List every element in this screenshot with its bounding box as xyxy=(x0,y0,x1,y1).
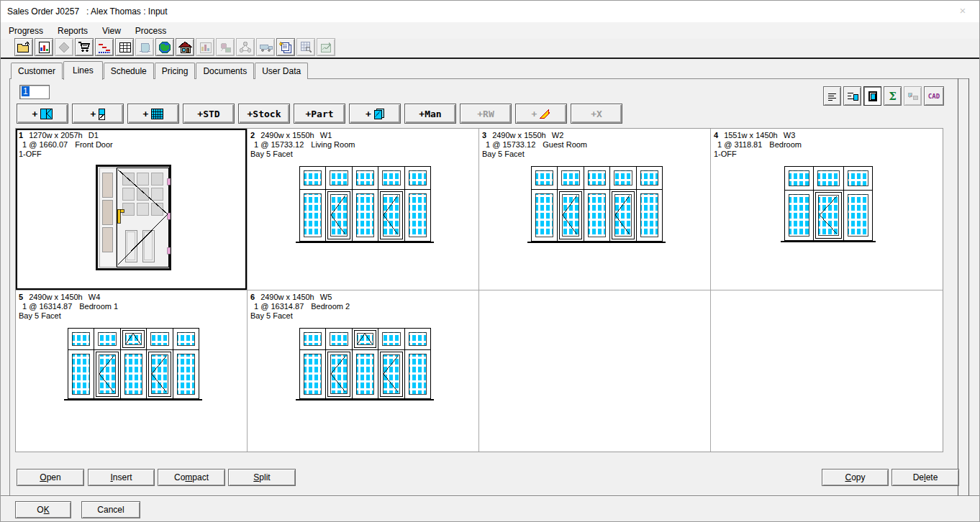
copy-glass-icon xyxy=(373,108,384,119)
add-grid-button[interactable]: + xyxy=(127,104,179,124)
view-graphic-button[interactable] xyxy=(863,86,881,106)
toolbar-cutting-chart-button[interactable] xyxy=(216,38,235,56)
toolbar-batch-grid-button[interactable] xyxy=(115,38,134,56)
toolbar-rule xyxy=(1,58,979,59)
delete-button[interactable]: Delete xyxy=(891,469,959,486)
item-header: 41551w x 1450hW3 xyxy=(714,131,943,140)
toolbar xyxy=(14,38,335,56)
item-header: 11270w x 2057hD1 xyxy=(19,131,247,140)
item-style: 1-OFF xyxy=(19,150,247,159)
line-item-empty[interactable] xyxy=(479,290,711,452)
line-item-empty[interactable] xyxy=(711,290,943,452)
add-frame-button[interactable]: + xyxy=(17,104,68,124)
line-item-5[interactable]: 52490w x 1450hW4 1 @ 16314.87Bedroom 1 B… xyxy=(16,290,248,452)
title-bar: Sales Order J0257 : Alex Thomas : Input … xyxy=(1,1,979,22)
item-qty-price: 1 @ 16314.87Bedroom 1 xyxy=(19,302,247,311)
tab-customer[interactable]: Customer xyxy=(11,63,63,79)
bay-window-drawing xyxy=(482,164,710,246)
close-icon[interactable]: × xyxy=(955,4,971,17)
bay-window-drawing xyxy=(250,164,478,246)
georgian-grid-icon xyxy=(150,108,163,119)
menu-bar: Progress Reports View Process xyxy=(1,22,980,39)
line-number-value: 1 xyxy=(22,86,30,96)
item-qty-price: 1 @ 15733.12Guest Room xyxy=(482,140,710,150)
item-style: Bay 5 Facet xyxy=(250,150,478,159)
menu-reports[interactable]: Reports xyxy=(50,23,95,39)
line-item-2[interactable]: 22490w x 1550hW1 1 @ 15733.12Living Room… xyxy=(248,129,479,290)
pick-arrow-icon xyxy=(539,109,550,119)
front-door-drawing xyxy=(19,164,247,270)
panel-border-left xyxy=(9,78,10,495)
add-part-button[interactable]: +Part xyxy=(294,104,345,124)
menu-process[interactable]: Process xyxy=(128,23,173,39)
add-std-button[interactable]: +STD xyxy=(183,104,235,124)
window-frame-icon xyxy=(40,108,53,119)
tab-lines[interactable]: Lines xyxy=(63,61,103,80)
tab-documents[interactable]: Documents xyxy=(196,63,254,79)
item-qty-price: 1 @ 15733.12Living Room xyxy=(250,140,478,150)
tab-schedule[interactable]: Schedule xyxy=(104,63,154,79)
line-item-1[interactable]: 11270w x 2057hD1 1 @ 1660.07Front Door 1… xyxy=(16,129,248,290)
toolbar-report-chart-button[interactable] xyxy=(35,38,53,56)
item-header: 52490w x 1450hW4 xyxy=(19,293,247,302)
toolbar-window-process-button[interactable] xyxy=(135,38,154,56)
bay-window-drawing xyxy=(250,326,478,402)
split-button[interactable]: Split xyxy=(228,469,296,486)
menu-progress[interactable]: Progress xyxy=(1,23,50,39)
item-style: Bay 5 Facet xyxy=(482,150,710,159)
sigma-icon: Σ xyxy=(889,90,897,103)
view-text-graphic-button[interactable] xyxy=(843,86,861,106)
view-text-button[interactable] xyxy=(823,86,841,106)
item-qty-price: 1 @ 3118.81Bedroom xyxy=(714,140,943,150)
view-cad-button[interactable]: CAD xyxy=(924,86,944,106)
toolbar-colorful-chart-button[interactable] xyxy=(196,38,214,56)
toolbar-open-order-button[interactable] xyxy=(14,38,33,56)
add-buttons-row: + + + +STD +Stock +Part + +Man +RW + +X xyxy=(17,104,622,124)
toolbar-grid-search-button[interactable] xyxy=(296,38,315,56)
insert-button[interactable]: Insert xyxy=(88,469,155,486)
window-tile-icon xyxy=(868,91,877,101)
add-x-button[interactable]: +X xyxy=(571,104,622,124)
add-copy-item-button[interactable]: + xyxy=(349,104,401,124)
add-rw-button[interactable]: +RW xyxy=(460,104,512,124)
copy-button[interactable]: Copy xyxy=(822,469,889,486)
item-style: 1-OFF xyxy=(714,150,943,159)
add-stock-button[interactable]: +Stock xyxy=(238,104,290,124)
add-door-button[interactable]: + xyxy=(72,104,124,124)
bottom-separator xyxy=(1,495,979,497)
ok-button[interactable]: OK xyxy=(15,501,71,518)
item-qty-price: 1 @ 16314.87Bedroom 2 xyxy=(250,302,478,311)
add-pick-button[interactable]: + xyxy=(515,104,567,124)
bay-window-drawing xyxy=(19,326,247,402)
sales-order-window: Sales Order J0257 : Alex Thomas : Input … xyxy=(0,0,980,522)
menu-view[interactable]: View xyxy=(95,23,128,39)
toolbar-globe-button[interactable] xyxy=(155,38,174,56)
line-item-6[interactable]: 62490w x 1450hW5 1 @ 16314.87Bedroom 2 B… xyxy=(248,290,479,452)
window-title: Sales Order J0257 : Alex Thomas : Input xyxy=(7,6,168,17)
line-item-3[interactable]: 32490w x 1550hW2 1 @ 15733.12Guest Room … xyxy=(479,129,711,290)
item-header: 32490w x 1550hW2 xyxy=(482,131,710,140)
line-item-4[interactable]: 41551w x 1450hW3 1 @ 3118.81Bedroom 1-OF… xyxy=(711,129,943,290)
item-style: Bay 5 Facet xyxy=(250,311,478,321)
toolbar-gantt-schedule-button[interactable] xyxy=(95,38,114,56)
tab-strip: Customer Lines Schedule Pricing Document… xyxy=(11,61,309,79)
cancel-button[interactable]: Cancel xyxy=(81,501,140,518)
add-man-button[interactable]: +Man xyxy=(404,104,456,124)
view-options-button[interactable] xyxy=(904,86,922,106)
compact-button[interactable]: Compact xyxy=(158,469,225,486)
toolbar-copy-documents-button[interactable] xyxy=(276,38,295,56)
line-number-input[interactable]: 1 xyxy=(19,85,50,99)
toolbar-export-chart-button[interactable] xyxy=(317,38,335,56)
tab-user-data[interactable]: User Data xyxy=(255,63,308,79)
item-header: 22490w x 1550hW1 xyxy=(250,131,478,140)
open-button[interactable]: Open xyxy=(17,469,84,486)
toolbar-shopping-cart-button[interactable] xyxy=(75,38,94,56)
line-items-grid: 11270w x 2057hD1 1 @ 1660.07Front Door 1… xyxy=(15,128,943,452)
toolbar-upload-diamond-button[interactable] xyxy=(55,38,73,56)
tab-pricing[interactable]: Pricing xyxy=(155,63,196,79)
toolbar-network-button[interactable] xyxy=(236,38,255,56)
view-totals-button[interactable]: Σ xyxy=(884,86,902,106)
panel-inner-edge xyxy=(958,78,958,495)
toolbar-house-survey-button[interactable] xyxy=(176,38,194,56)
toolbar-delivery-button[interactable] xyxy=(256,38,275,56)
